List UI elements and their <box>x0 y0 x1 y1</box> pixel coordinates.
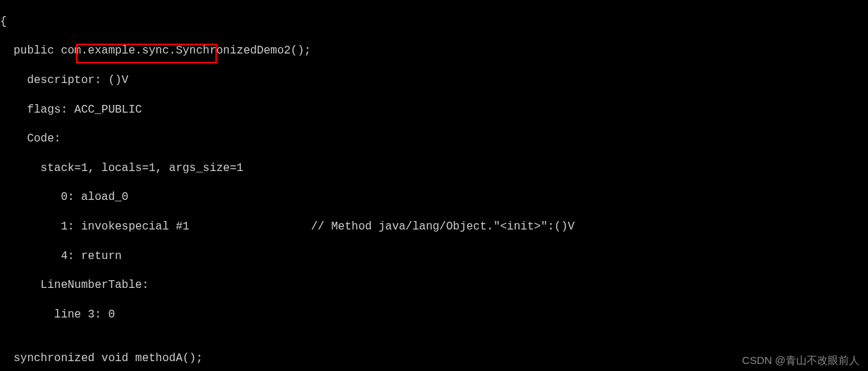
code-line: 0: aload_0 <box>0 190 868 205</box>
code-line: LineNumberTable: <box>0 278 868 293</box>
code-line: line 3: 0 <box>0 308 868 322</box>
bytecode-listing: { public com.example.sync.SynchronizedDe… <box>0 0 868 371</box>
code-line: descriptor: ()V <box>0 73 868 88</box>
watermark-text: CSDN @青山不改眼前人 <box>742 353 860 367</box>
code-line: flags: ACC_PUBLIC <box>0 103 868 118</box>
code-line: 4: return <box>0 249 868 264</box>
code-line: public com.example.sync.SynchronizedDemo… <box>0 44 868 58</box>
code-line: synchronized void methodA(); <box>0 351 868 366</box>
code-line: { <box>0 15 868 30</box>
code-line: 1: invokespecial #1 // Method java/lang/… <box>0 220 868 234</box>
code-line: stack=1, locals=1, args_size=1 <box>0 161 868 176</box>
code-line: Code: <box>0 132 868 146</box>
